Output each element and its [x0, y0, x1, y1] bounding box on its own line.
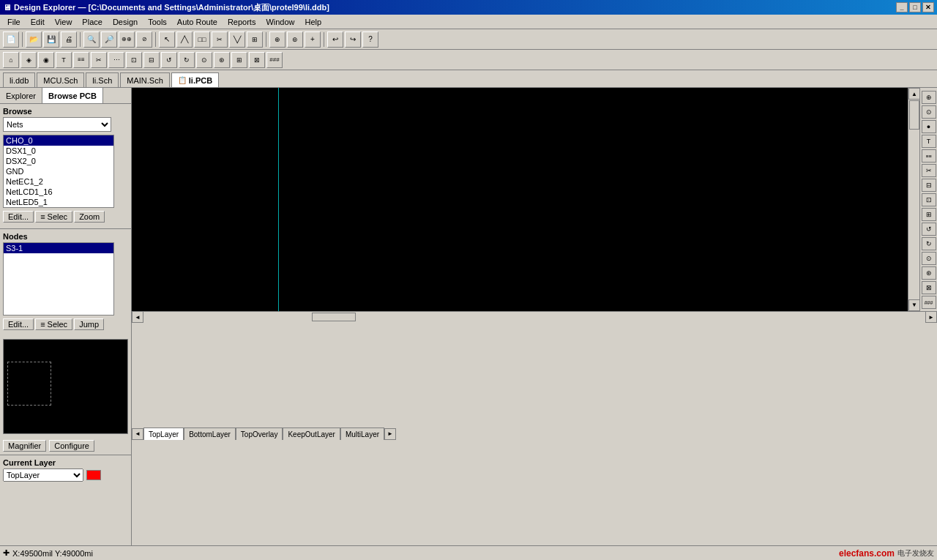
rt-btn-5[interactable]: ≡≡ — [922, 149, 936, 163]
net-item-netlcd1[interactable]: NetLCD1_16 — [4, 187, 113, 197]
tb2-14[interactable]: ⊞ — [231, 52, 247, 68]
tb2-4[interactable]: T — [56, 52, 72, 68]
tb-new[interactable]: 📄 — [3, 31, 19, 48]
net-select-button[interactable]: ≡ Selec — [35, 211, 72, 223]
rt-btn-14[interactable]: ⊠ — [922, 281, 936, 294]
menu-design[interactable]: Design — [108, 17, 142, 27]
rt-btn-1[interactable]: ⊕ — [922, 91, 936, 104]
layer-tab-topoverlay[interactable]: TopOverlay — [236, 428, 283, 440]
layer-scroll-right[interactable]: ► — [384, 428, 396, 440]
menu-place[interactable]: Place — [78, 17, 107, 27]
net-item-gnd[interactable]: GND — [4, 166, 113, 176]
tb2-9[interactable]: ⊟ — [143, 52, 160, 68]
rt-btn-8[interactable]: ⊡ — [922, 193, 936, 206]
tb-zoom-out[interactable]: 🔎 — [101, 31, 117, 48]
tb-rect[interactable]: □□ — [194, 31, 210, 48]
menu-help[interactable]: Help — [301, 17, 326, 27]
canvas-scrollbar-right[interactable]: ▲ ▼ — [908, 88, 919, 311]
node-jump-button[interactable]: Jump — [74, 318, 104, 330]
panel-tab-browse-pcb[interactable]: Browse PCB — [42, 88, 103, 103]
net-edit-button[interactable]: Edit... — [3, 211, 34, 223]
window-controls[interactable]: _ □ ✕ — [896, 2, 934, 12]
tab-li-ddb[interactable]: li.ddb — [3, 72, 35, 87]
tb-wire[interactable]: ╱╲ — [176, 31, 193, 48]
maximize-button[interactable]: □ — [909, 2, 921, 12]
menu-reports[interactable]: Reports — [223, 17, 261, 27]
scroll-thumb-right[interactable] — [909, 100, 919, 130]
rt-btn-15[interactable]: ### — [922, 296, 936, 309]
tab-main-sch[interactable]: MAIN.Sch — [120, 72, 170, 87]
tb2-8[interactable]: ⊡ — [126, 52, 142, 68]
scroll-right-arrow[interactable]: ► — [925, 311, 937, 323]
menu-edit[interactable]: Edit — [26, 17, 49, 27]
layer-dropdown[interactable]: TopLayer BottomLayer TopOverlay KeepOutL… — [3, 468, 83, 482]
magnifier-button[interactable]: Magnifier — [3, 440, 46, 452]
menu-window[interactable]: Window — [261, 17, 299, 27]
minimize-button[interactable]: _ — [896, 2, 908, 12]
tb-redo[interactable]: ↪ — [345, 31, 361, 48]
net-item-netled51[interactable]: NetLED5_1 — [4, 197, 113, 207]
layer-tab-keepoutlayer[interactable]: KeepOutLayer — [283, 428, 340, 440]
tb-zoom4[interactable]: ⊘ — [136, 31, 152, 48]
node-select-button[interactable]: ≡ Selec — [35, 318, 72, 330]
layer-tab-bottomlayer[interactable]: BottomLayer — [184, 428, 236, 440]
tb-via[interactable]: ⊚ — [287, 31, 303, 48]
tb-save2[interactable]: 🖨 — [61, 31, 77, 48]
layer-tab-toplayer[interactable]: TopLayer — [143, 428, 184, 440]
configure-button[interactable]: Configure — [49, 440, 94, 452]
tb2-6[interactable]: ✂ — [91, 52, 107, 68]
node-list[interactable]: S3-1 — [3, 242, 114, 316]
rt-btn-7[interactable]: ⊟ — [922, 179, 936, 192]
tb2-3[interactable]: ◉ — [38, 52, 54, 68]
tb-zoom3[interactable]: ⊕⊕ — [119, 31, 135, 48]
rt-btn-9[interactable]: ⊞ — [922, 208, 936, 221]
tb-pad[interactable]: ⊞ — [247, 31, 263, 48]
net-list[interactable]: CHO_0 DSX1_0 DSX2_0 GND NetEC1_2 NetLCD1… — [3, 135, 114, 208]
tab-li-sch[interactable]: li.Sch — [86, 72, 119, 87]
panel-tab-explorer[interactable]: Explorer — [0, 88, 42, 103]
net-item-netled52[interactable]: NetLED5_2 — [4, 207, 113, 208]
layer-tab-multilayer[interactable]: MultiLayer — [340, 428, 384, 440]
tb-zoom-in[interactable]: 🔍 — [83, 31, 100, 48]
scroll-track-h[interactable] — [143, 312, 925, 322]
close-button[interactable]: ✕ — [922, 2, 934, 12]
net-zoom-button[interactable]: Zoom — [74, 211, 105, 223]
menu-tools[interactable]: Tools — [143, 17, 171, 27]
tb-cross[interactable]: ✂ — [212, 31, 228, 48]
tb-pointer[interactable]: ↖ — [159, 31, 175, 48]
node-item-s3-1[interactable]: S3-1 — [4, 243, 113, 253]
tb-plus[interactable]: + — [305, 31, 321, 48]
tb2-7[interactable]: ⋯ — [108, 52, 124, 68]
tab-mcu-sch[interactable]: MCU.Sch — [37, 72, 84, 87]
canvas-scroll-h[interactable]: ◄ ► — [132, 311, 937, 323]
tb2-10[interactable]: ↺ — [161, 52, 177, 68]
tb2-15[interactable]: ⊠ — [249, 52, 265, 68]
tb-save[interactable]: 💾 — [43, 31, 59, 48]
rt-btn-10[interactable]: ↺ — [922, 223, 936, 236]
scroll-thumb-h[interactable] — [312, 313, 356, 321]
tb-component[interactable]: ⊕ — [269, 31, 285, 48]
tb2-12[interactable]: ⊙ — [196, 52, 212, 68]
rt-btn-3[interactable]: ● — [922, 120, 936, 133]
tab-li-pcb[interactable]: 📋 li.PCB — [171, 72, 219, 87]
menu-view[interactable]: View — [51, 17, 77, 27]
rt-btn-13[interactable]: ⊛ — [922, 266, 936, 280]
rt-btn-12[interactable]: ⊙ — [922, 252, 936, 265]
layer-scroll-left[interactable]: ◄ — [132, 428, 143, 440]
rt-btn-6[interactable]: ✂ — [922, 164, 936, 177]
tb2-13[interactable]: ⊛ — [214, 52, 230, 68]
net-item-dsx1[interactable]: DSX1_0 — [4, 146, 113, 156]
tb2-11[interactable]: ↻ — [179, 52, 195, 68]
rt-btn-2[interactable]: ⊙ — [922, 105, 936, 119]
rt-btn-4[interactable]: T — [922, 135, 936, 148]
net-item-cho0[interactable]: CHO_0 — [4, 135, 113, 146]
tb2-1[interactable]: ⌂ — [3, 52, 19, 68]
tb-undo[interactable]: ╲╱ — [229, 31, 245, 48]
tb2-2[interactable]: ◈ — [20, 52, 37, 68]
tb-undo2[interactable]: ↩ — [327, 31, 343, 48]
rt-btn-11[interactable]: ↻ — [922, 237, 936, 250]
net-item-netec1[interactable]: NetEC1_2 — [4, 176, 113, 187]
tb2-16[interactable]: ### — [266, 52, 283, 68]
tb2-5[interactable]: ≡≡ — [73, 52, 89, 68]
menu-file[interactable]: File — [3, 17, 25, 27]
